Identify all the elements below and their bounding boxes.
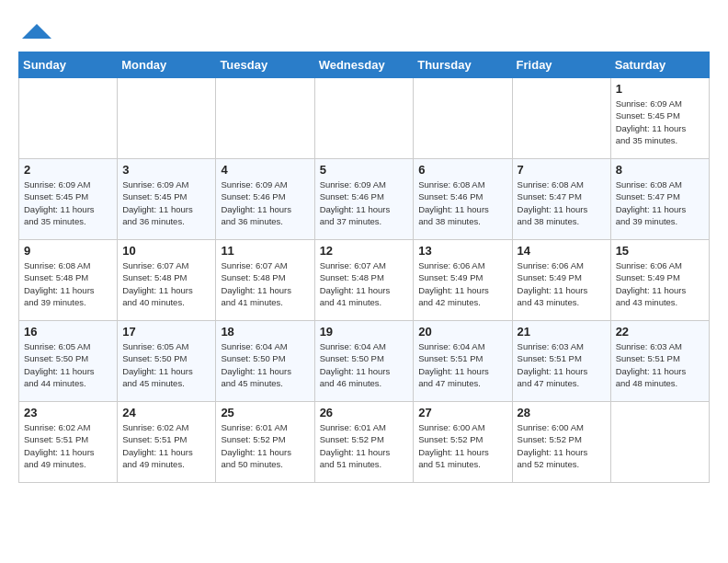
day-number: 19 — [320, 325, 409, 339]
svg-marker-0 — [22, 24, 51, 39]
day-number: 9 — [24, 244, 112, 258]
calendar-cell: 11Sunrise: 6:07 AM Sunset: 5:48 PM Dayli… — [216, 240, 314, 321]
calendar-header-saturday: Saturday — [610, 52, 709, 78]
day-number: 10 — [122, 244, 210, 258]
day-number: 15 — [616, 244, 704, 258]
calendar-week-row: 16Sunrise: 6:05 AM Sunset: 5:50 PM Dayli… — [19, 321, 710, 402]
day-number: 6 — [418, 163, 506, 177]
day-info: Sunrise: 6:05 AM Sunset: 5:50 PM Dayligh… — [122, 340, 210, 389]
day-number: 14 — [518, 244, 606, 258]
calendar-cell: 7Sunrise: 6:08 AM Sunset: 5:47 PM Daylig… — [512, 159, 610, 240]
day-info: Sunrise: 6:07 AM Sunset: 5:48 PM Dayligh… — [122, 259, 210, 308]
calendar-cell: 17Sunrise: 6:05 AM Sunset: 5:50 PM Dayli… — [118, 321, 216, 402]
day-info: Sunrise: 6:03 AM Sunset: 5:51 PM Dayligh… — [518, 340, 606, 389]
day-number: 8 — [616, 163, 704, 177]
calendar-cell: 20Sunrise: 6:04 AM Sunset: 5:51 PM Dayli… — [414, 321, 512, 402]
calendar-cell: 3Sunrise: 6:09 AM Sunset: 5:45 PM Daylig… — [118, 159, 216, 240]
day-number: 1 — [616, 82, 704, 96]
calendar-cell — [414, 78, 512, 159]
day-number: 28 — [518, 406, 606, 419]
calendar-cell: 1Sunrise: 6:09 AM Sunset: 5:45 PM Daylig… — [610, 78, 709, 159]
day-number: 18 — [221, 325, 309, 339]
day-info: Sunrise: 6:01 AM Sunset: 5:52 PM Dayligh… — [320, 421, 409, 470]
calendar-header-row: SundayMondayTuesdayWednesdayThursdayFrid… — [19, 52, 710, 78]
day-info: Sunrise: 6:07 AM Sunset: 5:48 PM Dayligh… — [221, 259, 309, 308]
day-info: Sunrise: 6:02 AM Sunset: 5:51 PM Dayligh… — [24, 421, 112, 470]
calendar-header-thursday: Thursday — [414, 52, 512, 78]
calendar-cell: 12Sunrise: 6:07 AM Sunset: 5:48 PM Dayli… — [314, 240, 414, 321]
calendar-cell: 9Sunrise: 6:08 AM Sunset: 5:48 PM Daylig… — [19, 240, 118, 321]
calendar-cell: 23Sunrise: 6:02 AM Sunset: 5:51 PM Dayli… — [19, 402, 118, 483]
calendar-cell: 13Sunrise: 6:06 AM Sunset: 5:49 PM Dayli… — [414, 240, 512, 321]
calendar-cell: 24Sunrise: 6:02 AM Sunset: 5:51 PM Dayli… — [118, 402, 216, 483]
calendar-cell — [314, 78, 414, 159]
day-number: 25 — [221, 406, 309, 419]
day-number: 22 — [616, 325, 704, 339]
calendar-cell: 21Sunrise: 6:03 AM Sunset: 5:51 PM Dayli… — [512, 321, 610, 402]
day-number: 26 — [320, 406, 409, 419]
day-info: Sunrise: 6:00 AM Sunset: 5:52 PM Dayligh… — [418, 421, 506, 470]
day-number: 17 — [122, 325, 210, 339]
page-header — [18, 18, 710, 44]
calendar-cell: 10Sunrise: 6:07 AM Sunset: 5:48 PM Dayli… — [118, 240, 216, 321]
calendar-week-row: 1Sunrise: 6:09 AM Sunset: 5:45 PM Daylig… — [19, 78, 710, 159]
day-info: Sunrise: 6:04 AM Sunset: 5:51 PM Dayligh… — [418, 340, 506, 389]
day-info: Sunrise: 6:09 AM Sunset: 5:45 PM Dayligh… — [24, 178, 112, 227]
day-info: Sunrise: 6:08 AM Sunset: 5:48 PM Dayligh… — [24, 259, 112, 308]
calendar-week-row: 23Sunrise: 6:02 AM Sunset: 5:51 PM Dayli… — [19, 402, 710, 483]
day-info: Sunrise: 6:04 AM Sunset: 5:50 PM Dayligh… — [320, 340, 409, 389]
day-number: 4 — [221, 163, 309, 177]
calendar-week-row: 2Sunrise: 6:09 AM Sunset: 5:45 PM Daylig… — [19, 159, 710, 240]
calendar-cell: 4Sunrise: 6:09 AM Sunset: 5:46 PM Daylig… — [216, 159, 314, 240]
calendar-header-monday: Monday — [118, 52, 216, 78]
calendar-cell: 14Sunrise: 6:06 AM Sunset: 5:49 PM Dayli… — [512, 240, 610, 321]
day-number: 20 — [418, 325, 506, 339]
calendar-cell: 26Sunrise: 6:01 AM Sunset: 5:52 PM Dayli… — [314, 402, 414, 483]
day-number: 27 — [418, 406, 506, 419]
calendar-header-tuesday: Tuesday — [216, 52, 314, 78]
day-info: Sunrise: 6:08 AM Sunset: 5:46 PM Dayligh… — [418, 178, 506, 227]
calendar-cell: 2Sunrise: 6:09 AM Sunset: 5:45 PM Daylig… — [19, 159, 118, 240]
calendar-cell: 8Sunrise: 6:08 AM Sunset: 5:47 PM Daylig… — [610, 159, 709, 240]
day-info: Sunrise: 6:02 AM Sunset: 5:51 PM Dayligh… — [122, 421, 210, 470]
day-number: 2 — [24, 163, 112, 177]
day-info: Sunrise: 6:03 AM Sunset: 5:51 PM Dayligh… — [616, 340, 704, 389]
calendar-cell: 6Sunrise: 6:08 AM Sunset: 5:46 PM Daylig… — [414, 159, 512, 240]
day-info: Sunrise: 6:06 AM Sunset: 5:49 PM Dayligh… — [616, 259, 704, 308]
calendar-cell: 5Sunrise: 6:09 AM Sunset: 5:46 PM Daylig… — [314, 159, 414, 240]
day-info: Sunrise: 6:00 AM Sunset: 5:52 PM Dayligh… — [518, 421, 606, 470]
day-number: 24 — [122, 406, 210, 419]
day-info: Sunrise: 6:06 AM Sunset: 5:49 PM Dayligh… — [418, 259, 506, 308]
calendar-cell: 18Sunrise: 6:04 AM Sunset: 5:50 PM Dayli… — [216, 321, 314, 402]
calendar-cell — [512, 78, 610, 159]
day-info: Sunrise: 6:08 AM Sunset: 5:47 PM Dayligh… — [518, 178, 606, 227]
calendar-cell — [216, 78, 314, 159]
logo-icon — [20, 22, 53, 40]
calendar-header-friday: Friday — [512, 52, 610, 78]
calendar-cell — [19, 78, 118, 159]
day-number: 3 — [122, 163, 210, 177]
calendar-cell: 28Sunrise: 6:00 AM Sunset: 5:52 PM Dayli… — [512, 402, 610, 483]
calendar-header-wednesday: Wednesday — [314, 52, 414, 78]
day-number: 11 — [221, 244, 309, 258]
day-number: 5 — [320, 163, 409, 177]
day-number: 16 — [24, 325, 112, 339]
day-info: Sunrise: 6:09 AM Sunset: 5:46 PM Dayligh… — [221, 178, 309, 227]
calendar-cell — [118, 78, 216, 159]
calendar-cell — [610, 402, 709, 483]
day-info: Sunrise: 6:09 AM Sunset: 5:45 PM Dayligh… — [616, 98, 704, 146]
calendar-cell: 22Sunrise: 6:03 AM Sunset: 5:51 PM Dayli… — [610, 321, 709, 402]
day-info: Sunrise: 6:04 AM Sunset: 5:50 PM Dayligh… — [221, 340, 309, 389]
day-info: Sunrise: 6:08 AM Sunset: 5:47 PM Dayligh… — [616, 178, 704, 227]
calendar-cell: 19Sunrise: 6:04 AM Sunset: 5:50 PM Dayli… — [314, 321, 414, 402]
day-info: Sunrise: 6:05 AM Sunset: 5:50 PM Dayligh… — [24, 340, 112, 389]
day-info: Sunrise: 6:09 AM Sunset: 5:46 PM Dayligh… — [320, 178, 409, 227]
calendar-cell: 25Sunrise: 6:01 AM Sunset: 5:52 PM Dayli… — [216, 402, 314, 483]
day-number: 7 — [518, 163, 606, 177]
calendar-cell: 27Sunrise: 6:00 AM Sunset: 5:52 PM Dayli… — [414, 402, 512, 483]
calendar-week-row: 9Sunrise: 6:08 AM Sunset: 5:48 PM Daylig… — [19, 240, 710, 321]
logo — [18, 22, 53, 44]
calendar-cell: 16Sunrise: 6:05 AM Sunset: 5:50 PM Dayli… — [19, 321, 118, 402]
day-info: Sunrise: 6:06 AM Sunset: 5:49 PM Dayligh… — [518, 259, 606, 308]
day-number: 12 — [320, 244, 409, 258]
